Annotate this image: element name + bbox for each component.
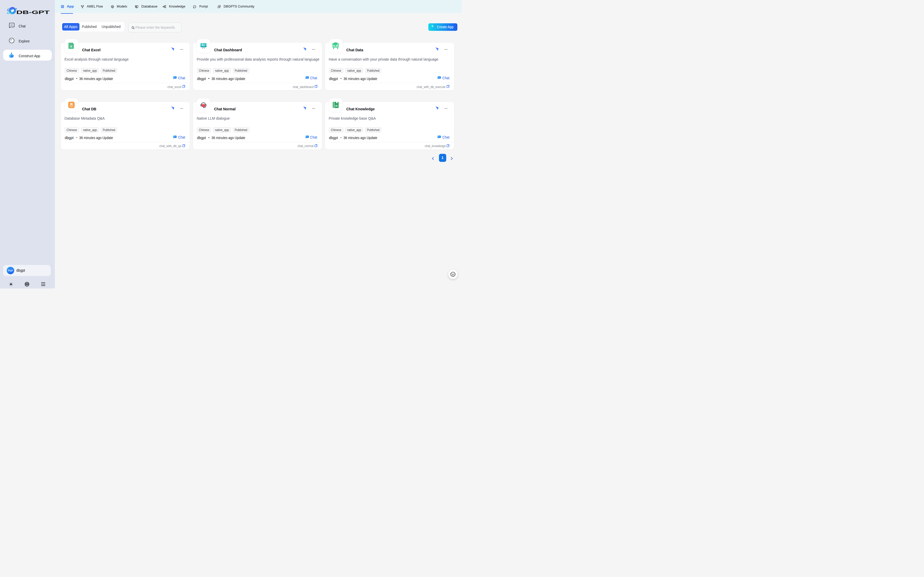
svg-text:x: x xyxy=(71,45,72,48)
